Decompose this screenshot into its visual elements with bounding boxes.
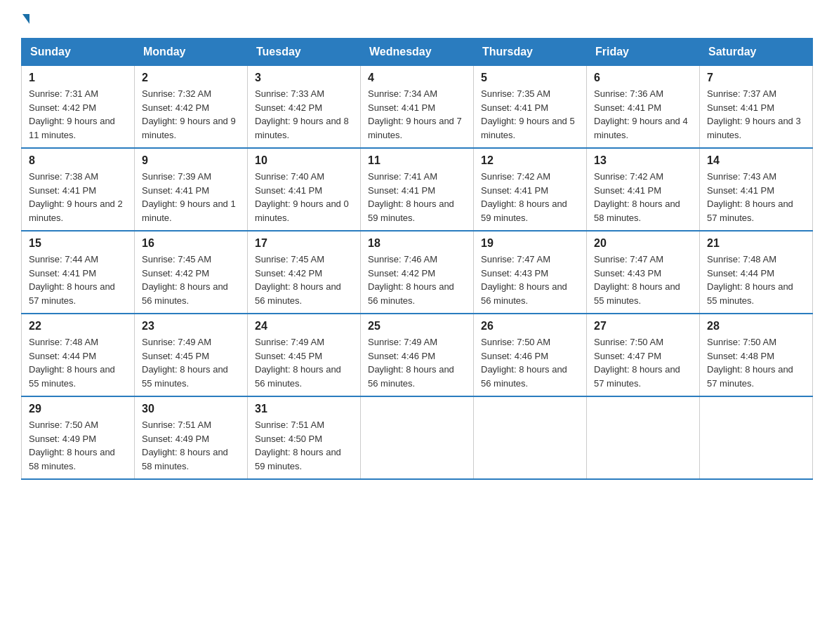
sunset-label: Sunset: 4:41 PM: [368, 102, 435, 113]
sunset-label: Sunset: 4:42 PM: [368, 268, 435, 279]
sun-info: Sunrise: 7:31 AM Sunset: 4:42 PM Dayligh…: [29, 87, 127, 142]
sunrise-label: Sunrise: 7:48 AM: [29, 337, 98, 347]
day-cell: [587, 396, 700, 479]
day-number: 4: [368, 72, 466, 84]
sunset-label: Sunset: 4:42 PM: [142, 102, 209, 113]
week-row-4: 22 Sunrise: 7:48 AM Sunset: 4:44 PM Dayl…: [22, 314, 813, 396]
sunset-label: Sunset: 4:49 PM: [142, 434, 209, 444]
daylight-label: Daylight: 8 hours and 56 minutes.: [368, 281, 454, 306]
day-number: 12: [481, 154, 579, 167]
day-cell: 18 Sunrise: 7:46 AM Sunset: 4:42 PM Dayl…: [361, 231, 474, 314]
day-cell: [474, 396, 587, 479]
sun-info: Sunrise: 7:34 AM Sunset: 4:41 PM Dayligh…: [368, 87, 466, 142]
sun-info: Sunrise: 7:33 AM Sunset: 4:42 PM Dayligh…: [255, 87, 353, 142]
sun-info: Sunrise: 7:50 AM Sunset: 4:49 PM Dayligh…: [29, 418, 127, 473]
day-number: 19: [481, 237, 579, 250]
sun-info: Sunrise: 7:50 AM Sunset: 4:48 PM Dayligh…: [707, 335, 805, 390]
sunset-label: Sunset: 4:41 PM: [29, 185, 96, 196]
sunrise-label: Sunrise: 7:41 AM: [368, 171, 437, 182]
sun-info: Sunrise: 7:42 AM Sunset: 4:41 PM Dayligh…: [594, 170, 692, 224]
daylight-label: Daylight: 8 hours and 55 minutes.: [707, 281, 793, 306]
day-cell: 30 Sunrise: 7:51 AM Sunset: 4:49 PM Dayl…: [135, 396, 248, 479]
sunset-label: Sunset: 4:41 PM: [368, 185, 435, 196]
sunset-label: Sunset: 4:46 PM: [481, 351, 548, 361]
day-number: 27: [594, 320, 692, 333]
logo: [21, 14, 29, 24]
sun-info: Sunrise: 7:49 AM Sunset: 4:46 PM Dayligh…: [368, 335, 466, 390]
sunrise-label: Sunrise: 7:37 AM: [707, 88, 776, 99]
sun-info: Sunrise: 7:39 AM Sunset: 4:41 PM Dayligh…: [142, 170, 240, 224]
sunset-label: Sunset: 4:41 PM: [707, 185, 774, 196]
header-monday: Monday: [135, 39, 248, 66]
daylight-label: Daylight: 8 hours and 59 minutes.: [481, 199, 567, 223]
sunrise-label: Sunrise: 7:42 AM: [594, 171, 663, 182]
sunrise-label: Sunrise: 7:51 AM: [255, 420, 324, 430]
sunrise-label: Sunrise: 7:42 AM: [481, 171, 550, 182]
sun-info: Sunrise: 7:50 AM Sunset: 4:46 PM Dayligh…: [481, 335, 579, 390]
day-number: 10: [255, 154, 353, 167]
day-number: 31: [255, 403, 353, 415]
header-row: SundayMondayTuesdayWednesdayThursdayFrid…: [22, 39, 813, 66]
sunrise-label: Sunrise: 7:50 AM: [707, 337, 776, 347]
header-friday: Friday: [587, 39, 700, 66]
sunrise-label: Sunrise: 7:31 AM: [29, 88, 98, 99]
sunrise-label: Sunrise: 7:47 AM: [481, 254, 550, 264]
day-number: 13: [594, 154, 692, 167]
daylight-label: Daylight: 9 hours and 11 minutes.: [29, 116, 115, 140]
sunrise-label: Sunrise: 7:43 AM: [707, 171, 776, 182]
sun-info: Sunrise: 7:49 AM Sunset: 4:45 PM Dayligh…: [142, 335, 240, 390]
sunrise-label: Sunrise: 7:34 AM: [368, 88, 437, 99]
daylight-label: Daylight: 8 hours and 56 minutes.: [481, 281, 567, 306]
day-cell: 1 Sunrise: 7:31 AM Sunset: 4:42 PM Dayli…: [22, 66, 135, 149]
day-cell: 31 Sunrise: 7:51 AM Sunset: 4:50 PM Dayl…: [248, 396, 361, 479]
daylight-label: Daylight: 8 hours and 58 minutes.: [29, 447, 115, 471]
calendar-table: SundayMondayTuesdayWednesdayThursdayFrid…: [21, 38, 813, 480]
daylight-label: Daylight: 8 hours and 56 minutes.: [255, 364, 341, 389]
daylight-label: Daylight: 8 hours and 55 minutes.: [594, 281, 680, 306]
daylight-label: Daylight: 8 hours and 56 minutes.: [255, 281, 341, 306]
day-number: 21: [707, 237, 805, 250]
day-number: 18: [368, 237, 466, 250]
sun-info: Sunrise: 7:49 AM Sunset: 4:45 PM Dayligh…: [255, 335, 353, 390]
day-cell: 6 Sunrise: 7:36 AM Sunset: 4:41 PM Dayli…: [587, 66, 700, 149]
sunset-label: Sunset: 4:41 PM: [594, 102, 661, 113]
daylight-label: Daylight: 9 hours and 3 minutes.: [707, 116, 801, 140]
day-cell: [361, 396, 474, 479]
day-cell: 12 Sunrise: 7:42 AM Sunset: 4:41 PM Dayl…: [474, 148, 587, 231]
daylight-label: Daylight: 9 hours and 9 minutes.: [142, 116, 236, 140]
sunset-label: Sunset: 4:42 PM: [142, 268, 209, 279]
sunset-label: Sunset: 4:41 PM: [142, 185, 209, 196]
sunset-label: Sunset: 4:47 PM: [594, 351, 661, 361]
daylight-label: Daylight: 9 hours and 8 minutes.: [255, 116, 349, 140]
daylight-label: Daylight: 8 hours and 58 minutes.: [142, 447, 228, 471]
sunrise-label: Sunrise: 7:47 AM: [594, 254, 663, 264]
day-number: 16: [142, 237, 240, 250]
day-cell: 23 Sunrise: 7:49 AM Sunset: 4:45 PM Dayl…: [135, 314, 248, 396]
header-tuesday: Tuesday: [248, 39, 361, 66]
day-number: 14: [707, 154, 805, 167]
sunset-label: Sunset: 4:42 PM: [29, 102, 96, 113]
sunset-label: Sunset: 4:50 PM: [255, 434, 322, 444]
sun-info: Sunrise: 7:46 AM Sunset: 4:42 PM Dayligh…: [368, 253, 466, 307]
daylight-label: Daylight: 8 hours and 57 minutes.: [707, 364, 793, 389]
daylight-label: Daylight: 8 hours and 59 minutes.: [368, 199, 454, 223]
day-number: 29: [29, 403, 127, 415]
sunset-label: Sunset: 4:41 PM: [255, 185, 322, 196]
day-cell: 14 Sunrise: 7:43 AM Sunset: 4:41 PM Dayl…: [700, 148, 813, 231]
sun-info: Sunrise: 7:37 AM Sunset: 4:41 PM Dayligh…: [707, 87, 805, 142]
daylight-label: Daylight: 8 hours and 55 minutes.: [142, 364, 228, 389]
day-number: 7: [707, 72, 805, 84]
day-number: 23: [142, 320, 240, 333]
page-header: [21, 14, 813, 24]
header-wednesday: Wednesday: [361, 39, 474, 66]
day-cell: 3 Sunrise: 7:33 AM Sunset: 4:42 PM Dayli…: [248, 66, 361, 149]
day-number: 30: [142, 403, 240, 415]
sunset-label: Sunset: 4:43 PM: [481, 268, 548, 279]
day-number: 15: [29, 237, 127, 250]
day-cell: 20 Sunrise: 7:47 AM Sunset: 4:43 PM Dayl…: [587, 231, 700, 314]
sun-info: Sunrise: 7:43 AM Sunset: 4:41 PM Dayligh…: [707, 170, 805, 224]
sunrise-label: Sunrise: 7:32 AM: [142, 88, 211, 99]
daylight-label: Daylight: 8 hours and 57 minutes.: [29, 281, 115, 306]
daylight-label: Daylight: 8 hours and 56 minutes.: [368, 364, 454, 389]
sunrise-label: Sunrise: 7:38 AM: [29, 171, 98, 182]
